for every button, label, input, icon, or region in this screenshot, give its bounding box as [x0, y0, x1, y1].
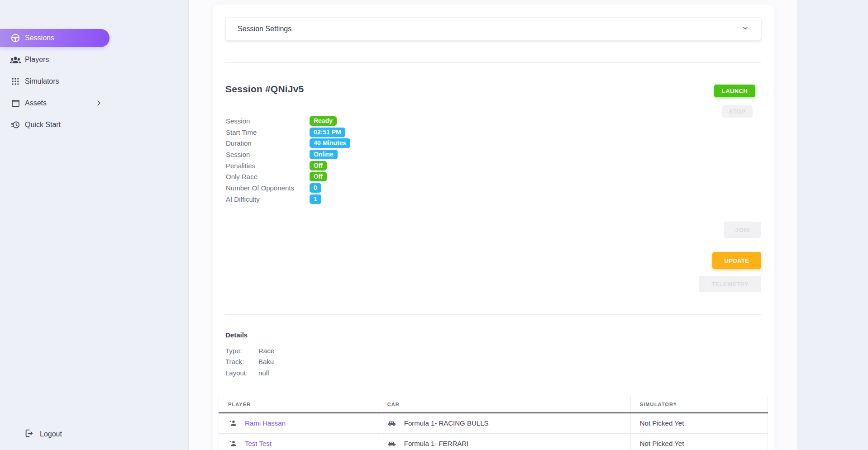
sidebar-item-label: Quick Start: [25, 121, 61, 129]
telemetry-button[interactable]: TELEMETRY: [699, 276, 761, 292]
session-field-row: Start Time 02:51 PM: [226, 127, 350, 138]
car-icon: [387, 419, 396, 428]
detail-label: Track:: [225, 358, 258, 365]
session-block: Session #QNiJv5 LAUNCH STOP Session Read…: [225, 84, 761, 292]
field-label: Start Time: [226, 128, 310, 136]
detail-value: Race: [258, 347, 274, 355]
field-label: Penalities: [226, 162, 310, 170]
status-badge: Off: [310, 161, 327, 171]
field-label: Session: [226, 117, 310, 125]
detail-value: null: [258, 369, 269, 377]
status-badge: 0: [310, 183, 321, 193]
session-field-row: Session Online: [226, 149, 350, 160]
session-field-row: Only Race Off: [226, 171, 350, 182]
session-field-row: Penalities Off: [226, 160, 350, 171]
grid-dots-icon: [10, 76, 21, 87]
table-header-row: PLAYER CAR SIMULATOR#: [219, 396, 768, 413]
status-badge: Ready: [310, 116, 337, 126]
sidebar-item-assets[interactable]: Assets: [0, 94, 110, 112]
field-label: Number Of Opponents: [226, 184, 310, 192]
status-badge: Online: [310, 150, 338, 159]
person-star-icon: [228, 439, 237, 448]
sidebar-item-players[interactable]: Players: [0, 51, 110, 69]
session-field-row: Duration 40 Minutes: [226, 137, 350, 149]
session-fields: Session Ready Start Time 02:51 PM Durati…: [226, 115, 350, 205]
car-icon: [387, 439, 396, 448]
column-header-player: PLAYER: [219, 396, 378, 413]
sidebar-item-label: Players: [25, 56, 49, 64]
sidebar: Sessions Players Simulators: [0, 0, 189, 450]
logout-button[interactable]: Logout: [24, 428, 62, 440]
detail-label: Type:: [225, 347, 258, 355]
detail-row: Track: Baku: [225, 356, 761, 368]
status-badge: 1: [310, 194, 321, 204]
player-link[interactable]: Rami Hassan: [245, 419, 286, 427]
sidebar-item-simulators[interactable]: Simulators: [0, 72, 110, 90]
field-label: Only Race: [226, 173, 310, 180]
table-row: Rami Hassan Formula 1- R: [219, 413, 768, 434]
content-card: Session Settings Session #QNiJv5 LAUNCH …: [213, 5, 774, 450]
sidebar-item-label: Sessions: [25, 34, 54, 42]
logout-icon: [24, 428, 34, 440]
field-label: Session: [226, 151, 310, 158]
detail-value: Baku: [258, 358, 274, 365]
divider: [225, 314, 761, 315]
details-heading: Details: [225, 331, 761, 339]
sidebar-nav: Sessions Players Simulators: [0, 0, 188, 134]
steering-wheel-icon: [10, 33, 21, 43]
session-field-row: Session Ready: [226, 115, 350, 127]
update-button[interactable]: UPDATE: [712, 252, 761, 269]
sidebar-item-quick-start[interactable]: Quick Start: [0, 116, 110, 134]
status-badge: 02:51 PM: [310, 128, 345, 137]
status-badge: 40 Minutes: [310, 138, 350, 148]
simulator-cell: Not Picked Yet: [630, 413, 768, 434]
field-label: Duration: [226, 139, 310, 147]
field-label: AI Difficulty: [226, 195, 310, 203]
launch-button[interactable]: LAUNCH: [714, 85, 755, 97]
divider: [225, 62, 761, 63]
sidebar-item-label: Assets: [25, 99, 47, 107]
column-header-simulator: SIMULATOR#: [630, 396, 768, 413]
chevron-right-icon: [95, 99, 102, 107]
window-icon: [10, 98, 21, 109]
logout-label: Logout: [40, 430, 62, 438]
sidebar-item-sessions[interactable]: Sessions: [0, 29, 110, 47]
session-settings-accordion[interactable]: Session Settings: [225, 17, 761, 41]
car-name: Formula 1- FERRARI: [404, 440, 469, 447]
detail-label: Layout:: [225, 369, 258, 377]
person-star-icon: [228, 419, 237, 428]
detail-row: Type: Race: [225, 345, 761, 356]
session-field-row: AI Difficulty 1: [226, 194, 350, 205]
column-header-car: CAR: [378, 396, 630, 413]
car-name: Formula 1- RACING BULLS: [404, 419, 489, 427]
status-badge: Off: [310, 172, 327, 181]
quick-clock-icon: [10, 119, 21, 130]
sidebar-item-label: Simulators: [25, 77, 59, 85]
join-button[interactable]: JOIN: [724, 222, 761, 238]
session-field-row: Number Of Opponents 0: [226, 182, 350, 194]
players-table: PLAYER CAR SIMULATOR# Rami Hassan: [219, 396, 768, 450]
table-row: Test Test Formula 1- FER: [219, 433, 768, 450]
accordion-title: Session Settings: [238, 25, 291, 33]
simulator-cell: Not Picked Yet: [630, 433, 768, 450]
people-icon: [10, 54, 21, 65]
session-title: Session #QNiJv5: [225, 84, 761, 95]
detail-row: Layout: null: [225, 367, 761, 379]
player-link[interactable]: Test Test: [245, 440, 272, 447]
stop-button[interactable]: STOP: [722, 105, 753, 118]
chevron-down-icon: [742, 24, 749, 33]
details-rows: Type: Race Track: Baku Layout: null: [225, 345, 761, 379]
